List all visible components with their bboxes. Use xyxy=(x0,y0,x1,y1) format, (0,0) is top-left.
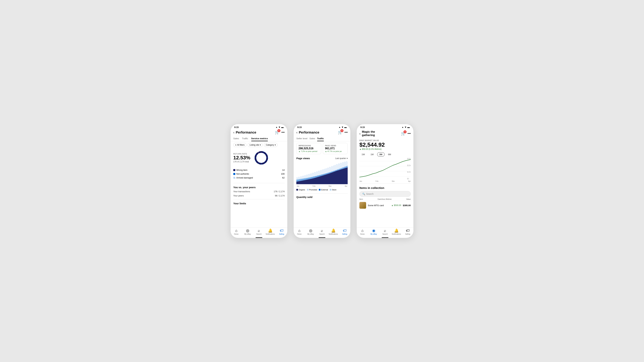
bottom-nav-1: ⌂ Home ◎ My eBay ⌕ Search 🔔 Notification… xyxy=(230,227,287,237)
home-indicator-1 xyxy=(256,237,262,238)
home-icon-1: ⌂ xyxy=(235,228,237,233)
time-tab-6m[interactable]: 6M xyxy=(386,152,393,156)
filter-row-1: ≡ All filters Listing site ▾ Category ▾ xyxy=(230,141,287,148)
nav-search-1[interactable]: ⌕ Search xyxy=(253,228,265,235)
notif-icon-1: 🔔 xyxy=(268,228,272,233)
top-nav-3: ‹ Magic the gathering 🛒 9 ••• xyxy=(357,129,414,138)
market-label: EBAY MARKET VALUE xyxy=(357,138,414,142)
tab-sales-1[interactable]: Sales xyxy=(233,136,239,141)
item-thumb-1 xyxy=(360,202,366,209)
more-icon-2[interactable]: ••• xyxy=(344,131,348,134)
time-tabs: 1W 1M 3M 6M xyxy=(357,152,414,158)
legend-label-store: Store xyxy=(332,189,336,191)
home-icon-2: ⌂ xyxy=(298,228,300,233)
chart-filter-2[interactable]: Last quarter ▾ xyxy=(335,157,348,160)
back-button-1[interactable]: ‹ xyxy=(233,130,234,134)
dot-2 xyxy=(233,173,235,175)
collection-row-1[interactable]: Some MTG card ▲ $500.00 $395.00 xyxy=(357,201,414,210)
chart-x-labels: Jan Feb Mar Apr xyxy=(360,180,411,182)
status-bar-1: 9:15 ▲ ▼ ▬ xyxy=(230,124,287,129)
status-bar-3: 9:15 ▲ ▼ ▬ xyxy=(357,124,414,129)
time-tab-3m[interactable]: 3M xyxy=(377,152,384,156)
nav-notif-2[interactable]: 🔔 Notifications xyxy=(328,228,339,235)
nav-selling-3[interactable]: 🏷 Selling xyxy=(402,228,414,235)
reason-label-1: Wrong item xyxy=(236,169,247,171)
page-title-2: Performance xyxy=(299,130,338,134)
battery-icon-1: ▬ xyxy=(281,126,284,128)
battery-icon-2: ▬ xyxy=(344,126,347,128)
home-indicator-2 xyxy=(319,237,325,238)
home-label-2: Home xyxy=(297,233,302,235)
tab-service-1[interactable]: Service metrics xyxy=(251,136,268,141)
nav-search-2[interactable]: ⌕ Search xyxy=(316,228,328,235)
chevron-filter: ▾ xyxy=(347,157,348,160)
search-input-wrapper: 🔍 Search xyxy=(357,190,414,198)
nav-icons-1: 🛒 9 ••• xyxy=(275,130,284,134)
nav-notif-1[interactable]: 🔔 Notifications xyxy=(265,228,276,235)
peers-row: Your peers 98 / 2,174 xyxy=(230,194,287,198)
nav-selling-2[interactable]: 🏷 Selling xyxy=(339,228,350,235)
chart-header-2: Page views Last quarter ▾ xyxy=(296,157,348,160)
selling-icon-2: 🏷 xyxy=(343,228,346,233)
nav-notif-3[interactable]: 🔔 Notifications xyxy=(391,228,402,235)
selling-icon-3: 🏷 xyxy=(406,228,410,233)
status-bar-2: 9:15 ▲ ▼ ▬ xyxy=(294,124,350,129)
reason-val-1: 14 xyxy=(282,169,284,171)
impressions-value: 286,525,516 xyxy=(298,147,319,150)
content-1: ≡ All filters Listing site ▾ Category ▾ … xyxy=(230,141,287,227)
area-chart-2 xyxy=(296,161,348,184)
phone-2: 9:15 ▲ ▼ ▬ ‹ Performance 🛒 9 ••• Seller … xyxy=(294,124,350,238)
bottom-nav-3: ⌂ Home ◉ My eBay ⌕ Search 🔔 Notification… xyxy=(357,227,414,237)
legend-store: Store xyxy=(330,189,336,191)
notif-label-3: Notifications xyxy=(392,233,401,235)
tab-seller-2[interactable]: Seller level xyxy=(296,136,308,141)
time-3: 9:15 xyxy=(360,126,365,128)
back-button-3[interactable]: ‹ xyxy=(360,132,360,136)
time-tab-1w[interactable]: 1W xyxy=(360,152,367,156)
time-1: 9:15 xyxy=(234,126,239,128)
tab-sales-2[interactable]: Sales xyxy=(310,136,315,141)
cart-wrapper-2[interactable]: 🛒 9 xyxy=(338,130,342,134)
more-icon-1[interactable]: ••• xyxy=(282,131,284,134)
divider-1 xyxy=(233,183,284,183)
search-placeholder: Search xyxy=(366,192,374,195)
all-filters-btn[interactable]: ≡ All filters xyxy=(233,143,246,147)
legend-label-organic: Organic xyxy=(299,189,305,191)
cart-wrapper-3[interactable]: 🛒 9 xyxy=(401,131,406,136)
market-value: $2,544.92 xyxy=(357,142,414,148)
cart-wrapper-1[interactable]: 🛒 9 xyxy=(275,130,280,134)
top-nav-2: ‹ Performance 🛒 9 ••• xyxy=(294,129,350,136)
nav-myebay-2[interactable]: ◎ My eBay xyxy=(305,228,316,235)
chart-y-labels: $30k $20k $10k $0 xyxy=(407,158,411,180)
rate-subtext: 176 of 2,174 total xyxy=(233,160,250,163)
market-change: ▲ $50.00 (0.3% lifetime) xyxy=(357,148,414,152)
nav-myebay-1[interactable]: ◎ My eBay xyxy=(242,228,254,235)
category-btn[interactable]: Category ▾ xyxy=(264,143,278,147)
divider-3a xyxy=(360,184,411,184)
collection-search-input[interactable]: 🔍 Search xyxy=(360,191,411,197)
donut-section: RETURN RATE 12.53% 176 of 2,174 total xyxy=(230,148,287,168)
transactions-val: 176 / 2,174 xyxy=(274,190,284,193)
nav-myebay-3[interactable]: ◉ My eBay xyxy=(368,228,380,235)
home-indicator-3 xyxy=(382,237,388,238)
back-button-2[interactable]: ‹ xyxy=(296,130,298,134)
reason-row-1: Wrong item 14 xyxy=(233,168,284,172)
more-icon-3[interactable]: ••• xyxy=(408,132,411,135)
reason-row-3: Arrived damaged 62 xyxy=(233,176,284,180)
listing-site-btn[interactable]: Listing site ▾ xyxy=(248,143,263,147)
time-tab-1m[interactable]: 1M xyxy=(368,152,376,156)
nav-home-1[interactable]: ⌂ Home xyxy=(230,228,242,235)
tab-traffic-1[interactable]: Traffic xyxy=(242,136,248,141)
donut-info: RETURN RATE 12.53% 176 of 2,174 total xyxy=(233,153,250,163)
donut-chart xyxy=(254,150,269,166)
tab-traffic-2[interactable]: Traffic xyxy=(317,136,324,141)
divider-2 xyxy=(233,199,284,199)
cart-badge-3: 9 xyxy=(404,130,406,133)
legend-external: External xyxy=(319,189,328,191)
nav-selling-1[interactable]: 🏷 Selling xyxy=(276,228,287,235)
myebay-label-2: My eBay xyxy=(308,233,314,235)
nav-home-2[interactable]: ⌂ Home xyxy=(294,228,305,235)
nav-search-3[interactable]: ⌕ Search xyxy=(379,228,391,235)
nav-home-3[interactable]: ⌂ Home xyxy=(357,228,368,235)
pageviews-label: PAGE VIEWS xyxy=(325,145,346,146)
